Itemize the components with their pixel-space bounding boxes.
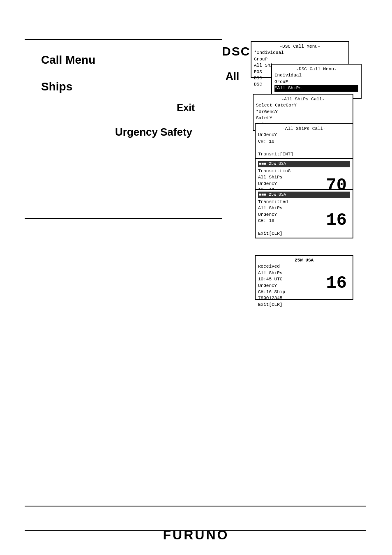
screen2-allships: *All ShiPs [274,85,358,91]
screen7-received: Received [258,264,350,270]
screen7-inner: 25W USA Received All ShiPs 10:45 UTC UrG… [258,257,350,298]
screen-transmitted: ■■■ 25W USA Transmitted All ShiPs UrGenc… [255,189,353,238]
furuno-logo: FURUNO [163,527,229,543]
screen1-group: GrouP [254,56,346,62]
screen4-urgency: UrGencY [258,132,350,138]
screen6-inner: ■■■ 25W USA Transmitted All ShiPs UrGenc… [258,192,350,236]
screen4-ch: CH: 16 [258,139,350,145]
label-dsc: DSC [222,44,250,58]
screen-received: 25W USA Received All ShiPs 10:45 UTC UrG… [255,255,353,300]
screen2-title: -DSC Call Menu- [274,66,358,72]
screen4-title: -All ShiPs Call- [258,126,350,132]
divider-mid [25,218,222,219]
screen7-mmsi: 789012345 [258,295,350,301]
screen5-status: ■■■ 25W USA [258,161,350,167]
screen1-individual: *Individual [254,50,346,56]
label-exit: Exit [177,102,195,113]
screen6-status: ■■■ 25W USA [258,192,350,198]
screen3-safety: SafetY [256,115,350,121]
screen4-spacer [258,145,350,151]
screen3-select: Select CateGorY [256,102,350,109]
screen6-transmitted: Transmitted [258,199,350,205]
screen1-title: -DSC Call Menu- [254,44,346,50]
screen2-group: GrouP [274,79,358,85]
label-urgency: Urgency [115,126,158,139]
screen4-transmit: Transmit[ENT] [258,151,350,157]
label-ships: Ships [41,80,72,93]
screen3-urgency: *UrGencY [256,109,350,115]
label-call-menu: Call Menu [41,53,95,67]
label-safety: Safety [160,126,192,139]
divider-bottom-1 [25,506,366,506]
screen6-big-number: 16 [326,208,347,233]
screen7-exit: Exit[CLR] [258,302,350,308]
screen2-individual: Individual [274,72,358,79]
screen3-title: -All ShiPs Call- [256,96,350,102]
divider-top [25,39,222,40]
screen7-big-number: 16 [326,271,347,296]
screen7-status: 25W USA [258,257,350,264]
label-all: All [226,70,239,83]
